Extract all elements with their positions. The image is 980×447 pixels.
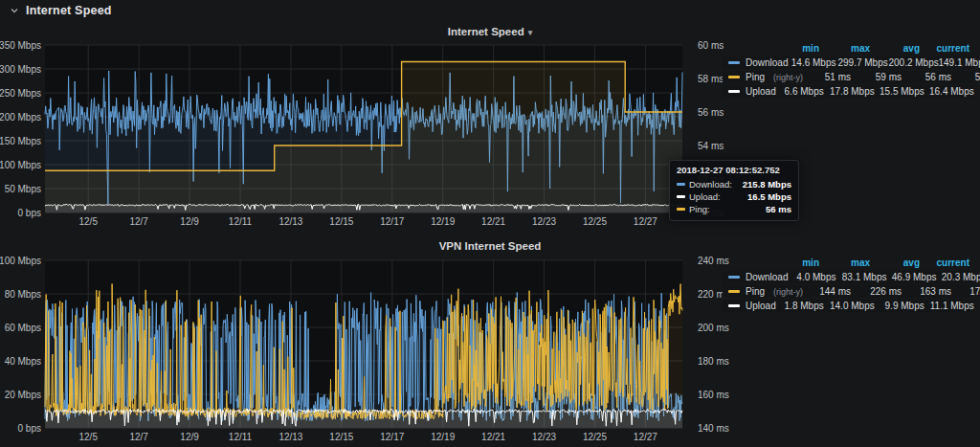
x-axis-label: 12/15: [329, 432, 353, 442]
legend-stat-value: 15.5 Mbps: [877, 86, 926, 97]
y-axis-left-label: 350 Mbps: [0, 40, 41, 51]
y-axis-left-label: 100 Mbps: [0, 160, 41, 170]
panel-title-text: Internet Speed: [448, 26, 524, 37]
y-axis-left-label: 50 Mbps: [5, 184, 41, 194]
legend-series-name: Download: [728, 272, 788, 282]
y-axis-left-label: 300 Mbps: [0, 64, 41, 75]
tooltip-label: Upload:: [689, 191, 721, 202]
x-axis-label: 12/27: [634, 216, 657, 227]
y-axis-right-label: 200 ms: [698, 323, 729, 333]
legend-stat-value: 149.1 Mbps: [938, 57, 980, 68]
legend-series-name: Upload: [728, 301, 776, 311]
legend-series-name: Upload: [728, 86, 776, 97]
legend-header-row: minmaxavgcurrent: [723, 42, 974, 55]
y-axis-left-label: 100 Mbps: [0, 256, 41, 266]
tooltip-timestamp: 2018-12-27 08:12:52.752: [677, 165, 791, 175]
x-axis-label: 12/11: [229, 216, 253, 227]
x-axis-label: 12/17: [380, 432, 404, 442]
legend-stat-value: 6.6 Mbps: [776, 86, 826, 97]
legend-stat-value: 56 ms: [953, 72, 980, 82]
legend-stat-value: 14.0 Mbps: [826, 301, 877, 311]
dashboard-row-header[interactable]: Internet Speed: [0, 0, 980, 21]
legend-stat-value: 51 ms: [803, 72, 853, 82]
legend-table-vpn-internet-speed: minmaxavgcurrentDownload4.0 Mbps83.1 Mbp…: [723, 257, 974, 314]
tooltip-row-upload: Upload: 16.5 Mbps: [677, 190, 791, 203]
x-axis-label: 12/5: [79, 432, 99, 442]
y-axis-right-label: 140 ms: [698, 423, 729, 434]
x-axis-label: 12/23: [532, 432, 556, 442]
panel-title-vpn-internet-speed[interactable]: VPN Internet Speed: [0, 240, 980, 252]
y-axis-left-label: 250 Mbps: [0, 88, 41, 99]
tooltip-row-ping: Ping: 56 ms: [677, 203, 791, 215]
x-axis-label: 12/5: [79, 216, 99, 227]
y-axis-left-label: 0 bps: [18, 208, 41, 218]
y-axis-right-label: 60 ms: [698, 40, 724, 51]
legend-stat-value: 299.7 Mbps: [837, 57, 888, 68]
y-axis-right-label: 58 ms: [698, 74, 724, 84]
legend-row-download[interactable]: Download14.6 Mbps299.7 Mbps200.2 Mbps149…: [723, 56, 974, 69]
legend-stat-value: 46.9 Mbps: [888, 272, 938, 282]
x-axis-label: 12/11: [229, 432, 253, 442]
legend-header-min: min: [771, 43, 821, 54]
y-axis-right-label: 54 ms: [698, 141, 724, 151]
legend-header-current: current: [922, 257, 971, 268]
x-axis-label: 12/23: [532, 216, 556, 227]
legend-header-avg: avg: [872, 257, 922, 268]
series-dash-icon: [677, 195, 685, 198]
legend-stat-value: 144 ms: [803, 286, 853, 297]
y-axis-left-label: 0 bps: [18, 423, 41, 434]
panel-internet-speed: Internet Speed▾ minmaxavgcurrentDownload…: [0, 21, 980, 235]
panel-title-internet-speed[interactable]: Internet Speed▾: [0, 26, 980, 37]
legend-stat-value: 163 ms: [903, 286, 953, 297]
legend-series-name: Ping(right-y): [728, 286, 803, 297]
legend-stat-value: 83.1 Mbps: [837, 272, 888, 282]
legend-stat-value: 226 ms: [853, 286, 903, 297]
tooltip-value: 215.8 Mbps: [743, 179, 791, 190]
x-axis-label: 12/7: [129, 216, 148, 227]
tooltip-value: 16.5 Mbps: [747, 191, 791, 202]
x-axis-label: 12/19: [431, 432, 455, 442]
legend-header-max: max: [821, 43, 872, 54]
x-axis-label: 12/25: [583, 432, 607, 442]
x-axis-label: 12/19: [431, 216, 455, 227]
series-dash-icon: [728, 290, 740, 293]
legend-series-name: Download: [728, 57, 788, 68]
x-axis-label: 12/9: [180, 216, 199, 227]
series-dash-icon: [728, 76, 740, 78]
series-dash-icon: [728, 304, 740, 307]
panel-title-text: VPN Internet Speed: [439, 240, 542, 252]
series-dash-icon: [728, 90, 740, 93]
legend-stat-value: 59 ms: [853, 72, 903, 82]
legend-row-ping[interactable]: Ping(right-y)51 ms59 ms56 ms56 ms: [723, 71, 974, 83]
x-axis-label: 12/17: [380, 216, 404, 227]
legend-stat-value: 173 ms: [953, 286, 980, 297]
legend-stat-value: 200.2 Mbps: [888, 57, 938, 68]
legend-row-ping[interactable]: Ping(right-y)144 ms226 ms163 ms173 ms: [723, 285, 974, 298]
graph-tooltip: 2018-12-27 08:12:52.752 Download: 215.8 …: [669, 160, 799, 221]
legend-stat-value: 17.8 Mbps: [826, 86, 877, 97]
legend-row-upload[interactable]: Upload1.8 Mbps14.0 Mbps9.9 Mbps11.1 Mbps: [723, 300, 974, 312]
tooltip-value: 56 ms: [766, 204, 791, 214]
y-axis-left-label: 20 Mbps: [5, 390, 41, 400]
row-title: Internet Speed: [26, 4, 112, 17]
legend-row-download[interactable]: Download4.0 Mbps83.1 Mbps46.9 Mbps20.3 M…: [723, 271, 974, 283]
y-axis-right-label: 180 ms: [698, 356, 729, 367]
x-axis-label: 12/13: [278, 432, 302, 442]
series-dash-icon: [677, 208, 685, 211]
legend-stat-value: 14.6 Mbps: [788, 57, 837, 68]
legend-header-min: min: [771, 257, 821, 268]
panel-vpn-internet-speed: VPN Internet Speed minmaxavgcurrentDownl…: [0, 235, 980, 447]
legend-row-upload[interactable]: Upload6.6 Mbps17.8 Mbps15.5 Mbps16.4 Mbp…: [723, 85, 974, 98]
legend-stat-value: 56 ms: [903, 72, 953, 82]
x-axis-label: 12/21: [481, 432, 505, 442]
tooltip-row-download: Download: 215.8 Mbps: [677, 178, 791, 190]
legend-header-current: current: [922, 43, 971, 54]
y-axis-right-label: 56 ms: [698, 107, 724, 118]
legend-header-avg: avg: [872, 43, 922, 54]
legend-header-max: max: [821, 257, 872, 268]
legend-header-row: minmaxavgcurrent: [723, 257, 974, 269]
legend-series-name: Ping(right-y): [728, 72, 803, 82]
legend-table-internet-speed: minmaxavgcurrentDownload14.6 Mbps299.7 M…: [723, 42, 974, 100]
y-axis-left-label: 80 Mbps: [5, 289, 41, 300]
tooltip-label: Ping:: [689, 204, 710, 214]
